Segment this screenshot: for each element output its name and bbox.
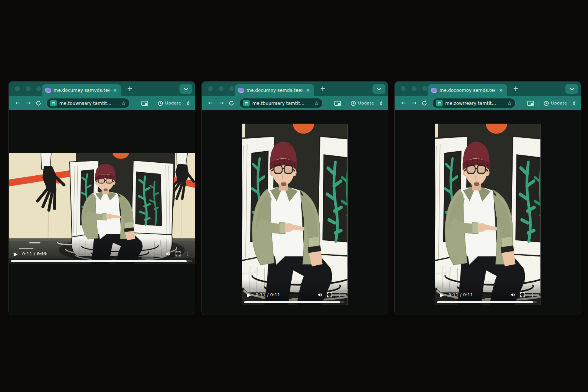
video-menu-button[interactable]: ⋮ (185, 251, 191, 256)
bookmark-star-icon[interactable]: ☆ (314, 101, 319, 106)
video-player[interactable]: ▶ 0:11 / 0:11 ⋮ (435, 124, 541, 305)
video-menu-button[interactable]: ⋮ (337, 292, 343, 297)
address-bar[interactable]: me.touwnsary tamtit... ☆ (46, 98, 130, 108)
window-control-dot[interactable] (208, 86, 213, 91)
url-text: me.touwnsary tamtit... (59, 101, 118, 106)
browser-window-3: me.docoomoy semds.tees × + ← → me.zowrre… (394, 81, 581, 315)
window-control-dot[interactable] (219, 86, 224, 91)
active-tab[interactable]: me.documoy semds.tees × (235, 84, 314, 96)
window-control-dot[interactable] (36, 86, 41, 91)
video-player[interactable]: ▶ 0:11 / 0:11 ⋮ (9, 153, 195, 264)
volume-button[interactable] (317, 292, 323, 297)
fullscreen-button[interactable] (520, 292, 526, 297)
fullscreen-icon (327, 292, 333, 297)
window-control-dot[interactable] (401, 86, 406, 91)
video-time: 0:11 / 0:11 (256, 292, 281, 297)
video-time: 0:11 / 0:11 (22, 252, 47, 256)
site-favicon-icon (243, 100, 250, 106)
window-controls[interactable] (401, 86, 427, 91)
bookmark-star-icon[interactable]: ☆ (121, 101, 126, 106)
fullscreen-icon (175, 251, 181, 256)
update-icon (544, 101, 549, 106)
reload-button[interactable] (33, 100, 44, 106)
window-control-dot[interactable] (26, 86, 31, 91)
new-tab-button[interactable]: + (320, 85, 325, 92)
profile-icon[interactable] (572, 101, 576, 106)
address-bar[interactable]: me.tbuurrsary tamtit... ☆ (239, 98, 323, 108)
video-controls: ▶ 0:11 / 0:11 ⋮ (9, 248, 195, 260)
close-tab-icon[interactable]: × (112, 87, 118, 93)
window-controls[interactable] (15, 86, 41, 91)
profile-icon[interactable] (186, 101, 190, 106)
reload-icon (229, 100, 234, 106)
video-menu-button[interactable]: ⋮ (530, 292, 536, 297)
new-tab-button[interactable]: + (127, 85, 132, 92)
video-player[interactable]: ▶ 0:11 / 0:11 ⋮ (242, 124, 348, 305)
video-progress-fill (437, 301, 533, 303)
reload-button[interactable] (419, 100, 430, 106)
video-time: 0:11 / 0:11 (449, 292, 474, 297)
close-tab-icon[interactable]: × (305, 87, 311, 93)
active-tab[interactable]: me.docoomoy semds.tees × (428, 84, 507, 96)
tab-search-button[interactable] (180, 84, 192, 94)
reload-icon (421, 100, 427, 106)
back-button[interactable]: ← (13, 100, 23, 106)
toolbar-divider (539, 100, 539, 107)
toolbar-divider (346, 100, 346, 107)
browser-toolbar: ← → me.touwnsary tamtit... ☆ Update (9, 96, 195, 110)
window-control-dot[interactable] (229, 86, 234, 91)
back-button[interactable]: ← (399, 100, 409, 106)
fullscreen-icon (520, 292, 526, 297)
chevron-down-icon (376, 86, 382, 91)
tab-search-button[interactable] (565, 84, 578, 94)
forward-button[interactable]: → (23, 100, 33, 106)
site-favicon-icon (436, 100, 443, 106)
fullscreen-button[interactable] (327, 292, 333, 297)
window-control-dot[interactable] (422, 86, 427, 91)
fullscreen-button[interactable] (175, 251, 181, 256)
tab-title: me.documey samvds.tees (54, 88, 109, 93)
update-label: Update (358, 101, 374, 106)
forward-button[interactable]: → (216, 100, 226, 106)
profile-icon[interactable] (379, 101, 383, 106)
video-progress-bar[interactable] (437, 301, 537, 303)
update-button[interactable]: Update (351, 101, 374, 106)
active-tab[interactable]: me.documey samvds.tees × (42, 84, 121, 96)
browser-window-2: me.documoy semds.tees × + ← → me.tbuurrs… (201, 81, 388, 315)
update-icon (351, 101, 356, 106)
tab-search-button[interactable] (372, 84, 385, 94)
reload-button[interactable] (226, 100, 237, 106)
volume-icon (317, 292, 323, 297)
close-tab-icon[interactable]: × (498, 87, 504, 93)
play-button[interactable]: ▶ (440, 292, 444, 297)
picture-in-picture-icon[interactable] (141, 100, 148, 106)
back-button[interactable]: ← (206, 100, 216, 106)
volume-icon (165, 251, 171, 256)
volume-button[interactable] (510, 292, 516, 297)
update-button[interactable]: Update (544, 101, 567, 106)
video-progress-bar[interactable] (11, 260, 192, 262)
play-button[interactable]: ▶ (14, 252, 18, 256)
tab-favicon-icon (431, 88, 437, 93)
toolbar-divider (153, 100, 153, 107)
tab-strip: me.documoy semds.tees × + (202, 82, 388, 96)
video-progress-fill (11, 260, 187, 262)
bookmark-star-icon[interactable]: ☆ (507, 101, 512, 106)
picture-in-picture-icon[interactable] (334, 100, 341, 106)
forward-button[interactable]: → (409, 100, 419, 106)
volume-button[interactable] (165, 251, 171, 256)
tab-title: me.documoy semds.tees (247, 88, 302, 93)
play-button[interactable]: ▶ (247, 292, 251, 297)
site-favicon-icon (50, 100, 57, 106)
video-controls: ▶ 0:11 / 0:11 ⋮ (242, 289, 348, 301)
new-tab-button[interactable]: + (513, 85, 518, 92)
video-progress-fill (244, 301, 340, 303)
picture-in-picture-icon[interactable] (527, 100, 534, 106)
video-progress-bar[interactable] (244, 301, 344, 303)
window-control-dot[interactable] (412, 86, 416, 91)
tab-favicon-icon (45, 88, 51, 93)
window-controls[interactable] (208, 86, 234, 91)
update-button[interactable]: Update (158, 101, 181, 106)
window-control-dot[interactable] (15, 86, 20, 91)
address-bar[interactable]: me.zowrreary tamtit... ☆ (432, 98, 516, 108)
